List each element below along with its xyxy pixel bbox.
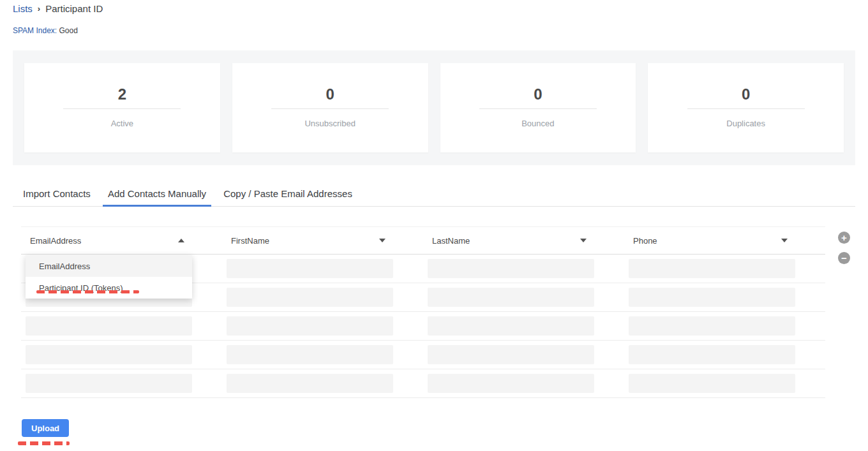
upload-button[interactable]: Upload — [22, 419, 69, 437]
page: Lists › Participant ID SPAM Index: Good … — [0, 3, 868, 451]
firstname-input[interactable] — [227, 345, 393, 364]
chevron-right-icon: › — [38, 4, 40, 13]
contact-row — [21, 369, 825, 398]
firstname-input[interactable] — [227, 288, 393, 307]
annotation-dashed-underline-upload — [18, 441, 70, 445]
column-header-label: Phone — [633, 236, 657, 246]
tab-import-contacts[interactable]: Import Contacts — [18, 188, 96, 206]
phone-input[interactable] — [629, 345, 795, 364]
spam-index: SPAM Index: Good — [13, 26, 855, 35]
phone-input[interactable] — [629, 374, 795, 393]
dropdown-option-participant-id-tokens[interactable]: Participant ID (Tokens) — [26, 277, 192, 299]
contact-row — [21, 341, 825, 369]
phone-input[interactable] — [629, 288, 795, 307]
row-controls: + − — [838, 232, 850, 264]
divider — [479, 108, 597, 109]
column-header-label: EmailAddress — [30, 236, 81, 246]
tab-bar: Import Contacts Add Contacts Manually Co… — [13, 188, 855, 207]
email-input[interactable] — [26, 374, 192, 393]
tab-copy-paste-email-addresses[interactable]: Copy / Paste Email Addresses — [218, 188, 357, 206]
breadcrumb-current: Participant ID — [45, 3, 103, 14]
spam-index-label: SPAM Index: — [13, 26, 57, 35]
tab-add-contacts-manually[interactable]: Add Contacts Manually — [103, 188, 211, 207]
chevron-down-icon — [580, 239, 587, 242]
annotation-dashed-underline — [36, 290, 139, 293]
firstname-input[interactable] — [227, 374, 393, 393]
lastname-input[interactable] — [428, 374, 594, 393]
chevron-down-icon — [379, 239, 385, 242]
dropdown-option-emailaddress[interactable]: EmailAddress — [26, 255, 192, 277]
phone-input[interactable] — [629, 259, 795, 278]
email-input[interactable] — [26, 316, 192, 336]
stat-value: 0 — [534, 86, 542, 103]
emailaddress-column-dropdown: EmailAddress Participant ID (Tokens) — [26, 255, 192, 299]
stat-label: Active — [111, 119, 133, 128]
contact-row — [21, 312, 825, 341]
divider — [687, 108, 805, 109]
column-select-lastname[interactable]: LastName — [428, 227, 594, 254]
lastname-input[interactable] — [428, 288, 594, 307]
stat-card-bounced: 0 Bounced — [440, 63, 636, 152]
email-input[interactable] — [26, 345, 192, 364]
phone-input[interactable] — [629, 316, 795, 336]
spam-index-value: Good — [59, 26, 77, 35]
divider — [63, 108, 181, 109]
stat-label: Duplicates — [726, 119, 765, 128]
stat-value: 2 — [118, 86, 126, 103]
firstname-input[interactable] — [227, 259, 393, 278]
divider — [271, 108, 389, 109]
chevron-down-icon — [781, 239, 788, 242]
add-row-button[interactable]: + — [838, 232, 850, 244]
column-header-label: LastName — [432, 236, 470, 246]
column-select-firstname[interactable]: FirstName — [227, 227, 393, 254]
lastname-input[interactable] — [428, 316, 594, 336]
stat-value: 0 — [742, 86, 750, 103]
stat-card-active: 2 Active — [24, 63, 220, 152]
remove-row-button[interactable]: − — [838, 252, 850, 264]
lastname-input[interactable] — [428, 345, 594, 364]
stat-value: 0 — [326, 86, 334, 103]
stat-card-unsubscribed: 0 Unsubscribed — [232, 63, 428, 152]
column-select-emailaddress[interactable]: EmailAddress — [26, 227, 192, 254]
firstname-input[interactable] — [227, 316, 393, 336]
stat-label: Unsubscribed — [304, 119, 355, 128]
lastname-input[interactable] — [428, 259, 594, 278]
stats-panel: 2 Active 0 Unsubscribed 0 Bounced 0 Dupl… — [13, 50, 855, 165]
table-header-row: EmailAddress FirstName LastName Phone — [21, 226, 825, 255]
stat-label: Bounced — [521, 119, 554, 128]
chevron-up-icon — [178, 239, 184, 242]
column-header-label: FirstName — [231, 236, 269, 246]
column-select-phone[interactable]: Phone — [629, 227, 795, 254]
stat-card-duplicates: 0 Duplicates — [648, 63, 844, 152]
contacts-mapping-table: EmailAddress FirstName LastName Phone — [21, 226, 825, 398]
breadcrumb: Lists › Participant ID — [13, 3, 855, 14]
breadcrumb-link-lists[interactable]: Lists — [13, 3, 33, 14]
